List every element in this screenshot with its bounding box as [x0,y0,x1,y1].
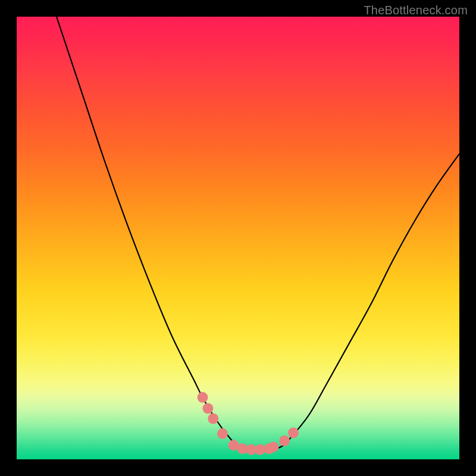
highlight-marker [217,428,228,439]
watermark-text: TheBottleneck.com [364,4,468,17]
highlight-marker [268,441,279,452]
highlight-marker [202,403,213,414]
highlight-marker [279,436,290,446]
highlight-marker [208,414,218,424]
highlight-marker [288,427,299,438]
highlight-marker [198,392,208,403]
chart-frame: TheBottleneck.com [0,0,476,476]
highlight-markers [198,392,299,455]
chart-plot-area [17,17,459,459]
chart-svg [17,17,459,459]
curve-line [57,17,459,451]
